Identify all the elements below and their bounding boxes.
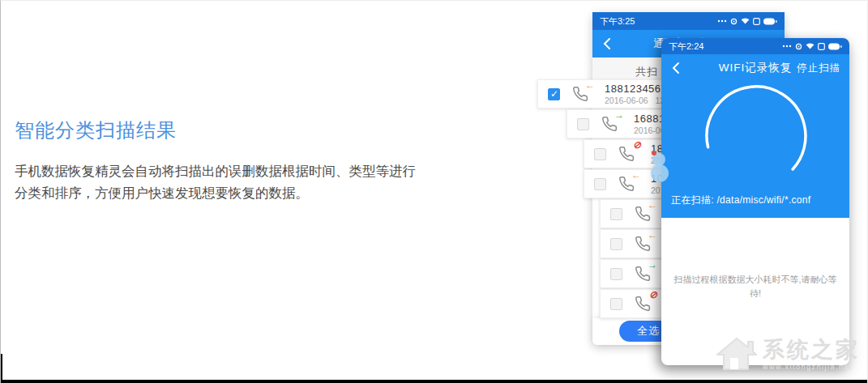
watermark: 系统之家 www.xitongzhijia.net <box>712 334 860 372</box>
call-direction-badge: → <box>614 110 624 120</box>
call-type-icon: → <box>635 264 654 283</box>
gear-icon <box>730 18 738 25</box>
row-checkbox[interactable] <box>594 178 606 190</box>
status-time: 下午2:24 <box>669 40 703 53</box>
sim-icon <box>753 18 760 25</box>
battery-icon <box>763 18 777 25</box>
watermark-title: 系统之家 <box>763 335 860 364</box>
scan-summary-label: 共扫 <box>635 65 658 79</box>
call-direction-badge: ← <box>585 80 595 90</box>
scan-progress-section: WIFI记录恢复 停止扫描 正在扫描: /data/misc/wifi/*.co… <box>661 54 849 218</box>
more-dots-icon <box>782 45 792 48</box>
row-checkbox[interactable] <box>594 148 606 160</box>
bottom-border <box>1 380 867 383</box>
front-phone-status-bar: 下午2:24 <box>661 38 849 54</box>
call-type-icon: ⊘ <box>635 294 654 313</box>
call-type-icon: ← <box>635 204 654 223</box>
row-checkbox[interactable] <box>610 268 622 280</box>
call-direction-badge: ← <box>648 200 657 210</box>
more-dots-icon <box>717 19 727 23</box>
gear-icon <box>795 43 802 50</box>
wifi-icon <box>741 18 750 24</box>
call-direction-badge: ⊘ <box>633 140 641 150</box>
page-description: 手机数据恢复精灵会自动将扫描出的误删数据根据时间、类型等进行分类和排序，方便用户… <box>15 160 417 204</box>
call-direction-badge: ← <box>648 230 657 240</box>
phone-wifi-recovery: 下午2:24 WIFI记录恢复 停止扫描 正在扫描: /data/misc/wi… <box>661 38 849 365</box>
status-icons <box>717 18 777 25</box>
snowman-mascot-icon <box>646 149 673 185</box>
call-direction-badge: ← <box>631 170 641 180</box>
page-title: 智能分类扫描结果 <box>15 117 177 143</box>
row-checkbox[interactable] <box>548 88 560 100</box>
call-type-icon: ⊘ <box>618 144 638 164</box>
watermark-subtitle: www.xitongzhijia.net <box>763 363 860 371</box>
front-phone-nav-bar: WIFI记录恢复 停止扫描 <box>661 54 849 82</box>
row-checkbox[interactable] <box>610 298 622 310</box>
wifi-icon <box>806 43 815 49</box>
sim-icon <box>818 43 825 50</box>
call-type-icon: ← <box>572 84 592 104</box>
battery-icon <box>828 43 842 50</box>
status-time: 下午3:25 <box>600 15 635 28</box>
call-type-icon: ← <box>618 174 638 194</box>
stop-scan-button[interactable]: 停止扫描 <box>797 62 840 75</box>
row-checkbox[interactable] <box>610 208 622 220</box>
house-logo-icon <box>712 334 758 372</box>
call-type-icon: ← <box>635 234 654 253</box>
page: 智能分类扫描结果 手机数据恢复精灵会自动将扫描出的误删数据根据时间、类型等进行分… <box>0 0 868 383</box>
left-border-mark <box>1 354 2 383</box>
call-direction-badge: ⊘ <box>649 290 657 300</box>
scanning-path-label: 正在扫描: /data/misc/wifi/*.conf <box>671 194 810 207</box>
row-checkbox[interactable] <box>610 238 622 250</box>
scanning-spinner <box>703 83 809 189</box>
status-icons <box>782 43 842 50</box>
call-direction-badge: → <box>648 260 657 270</box>
scan-wait-hint: 扫描过程根据数据大小耗时不等,请耐心等待! <box>672 273 839 300</box>
row-checkbox[interactable] <box>577 118 589 130</box>
back-phone-status-bar: 下午3:25 <box>592 12 785 30</box>
call-type-icon: → <box>601 114 621 134</box>
